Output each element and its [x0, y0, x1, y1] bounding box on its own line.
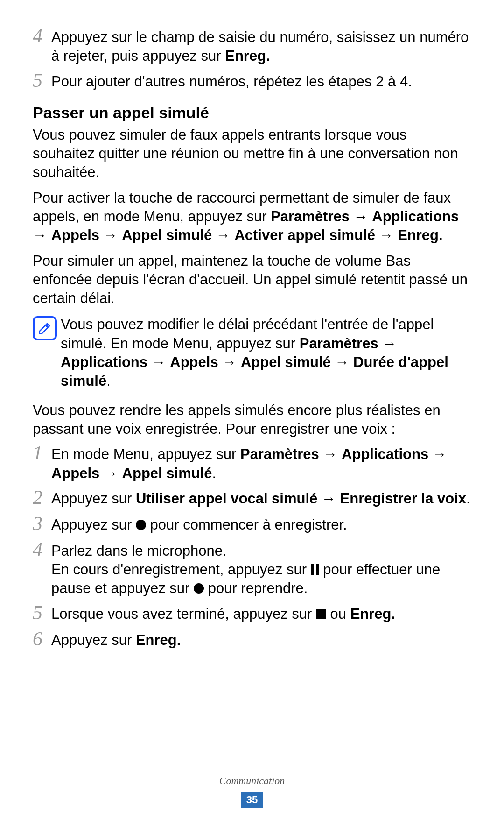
text: En mode Menu, appuyez sur — [51, 446, 240, 462]
text: Appuyez sur — [51, 632, 136, 648]
bold-text: Applications — [372, 208, 459, 225]
arrow-icon: → — [323, 446, 337, 462]
bold-text: Paramètres — [300, 335, 378, 352]
arrow-icon: → — [104, 465, 118, 481]
bold-text: Appels — [51, 465, 99, 481]
step-text: Pour ajouter d'autres numéros, répétez l… — [51, 72, 471, 92]
bold-text: Paramètres — [240, 446, 319, 462]
arrow-icon: → — [104, 227, 118, 243]
bold-text: Paramètres — [271, 208, 350, 225]
page-content: 4 Appuyez sur le champ de saisie du numé… — [0, 0, 504, 827]
paragraph: Pour simuler un appel, maintenez la touc… — [33, 252, 471, 308]
step-text: Appuyez sur le champ de saisie du numéro… — [51, 28, 471, 66]
text: Appuyez sur — [51, 516, 136, 533]
step-4: 4 Parlez dans le microphone. En cours d'… — [33, 542, 471, 598]
stop-icon — [316, 609, 326, 619]
step-number: 5 — [33, 71, 51, 90]
step-2: 2 Appuyez sur Utiliser appel vocal simul… — [33, 489, 471, 509]
arrow-icon: → — [322, 490, 336, 507]
text: Lorsque vous avez terminé, appuyez sur — [51, 606, 316, 622]
text: . — [466, 490, 470, 507]
record-icon — [136, 520, 146, 530]
note-icon — [33, 316, 57, 340]
arrow-icon: → — [335, 354, 349, 370]
step-number: 5 — [33, 603, 51, 622]
text: pour commencer à enregistrer. — [146, 516, 347, 533]
note-icon-wrap — [33, 315, 61, 390]
arrow-icon: → — [216, 227, 231, 243]
page-footer: Communication 35 — [0, 774, 504, 808]
arrow-icon: → — [354, 208, 368, 225]
step-5: 5 Lorsque vous avez terminé, appuyez sur… — [33, 605, 471, 624]
step-5-top: 5 Pour ajouter d'autres numéros, répétez… — [33, 72, 471, 92]
pencil-icon — [38, 321, 52, 335]
step-number: 3 — [33, 514, 51, 533]
step-3: 3 Appuyez sur pour commencer à enregistr… — [33, 516, 471, 535]
text: Parlez dans le microphone. — [51, 542, 471, 560]
bold-text: Utiliser appel vocal simulé — [136, 490, 317, 507]
step-number: 1 — [33, 443, 51, 481]
note-content: Vous pouvez modifier le délai précédant … — [61, 315, 471, 390]
text: . — [212, 465, 217, 481]
arrow-icon: → — [379, 227, 394, 243]
step-text: Appuyez sur Enreg. — [51, 631, 471, 650]
step-number: 4 — [33, 540, 51, 596]
pause-icon — [311, 564, 319, 575]
bold-text: Applications — [342, 446, 428, 462]
text: Appuyez sur — [51, 490, 136, 507]
arrow-icon: → — [433, 446, 447, 462]
step-text: Parlez dans le microphone. En cours d'en… — [51, 542, 471, 598]
arrow-icon: → — [152, 354, 166, 370]
step-text: Lorsque vous avez terminé, appuyez sur o… — [51, 605, 471, 624]
step-text: En mode Menu, appuyez sur Paramètres → A… — [51, 445, 471, 483]
bold-text: Appel simulé — [122, 465, 212, 481]
arrow-icon: → — [222, 354, 237, 370]
step-text: Appuyez sur pour commencer à enregistrer… — [51, 516, 471, 535]
text: En cours d'enregistrement, appuyez sur — [51, 561, 311, 578]
step-number: 6 — [33, 629, 51, 649]
bold-text: Appels — [170, 354, 218, 370]
text-line: En cours d'enregistrement, appuyez sur p… — [51, 560, 471, 598]
bold-text: Enreg. — [136, 632, 181, 648]
bold-text: Appels — [51, 227, 99, 243]
note-block: Vous pouvez modifier le délai précédant … — [33, 315, 471, 390]
step-number: 4 — [33, 26, 51, 64]
page-number-badge: 35 — [241, 792, 263, 808]
footer-section-label: Communication — [0, 774, 504, 788]
bold-text: Applications — [61, 354, 147, 370]
arrow-icon: → — [33, 227, 47, 243]
step-6: 6 Appuyez sur Enreg. — [33, 631, 471, 650]
text: ou — [326, 606, 350, 622]
section-heading: Passer un appel simulé — [33, 102, 471, 123]
step-1: 1 En mode Menu, appuyez sur Paramètres →… — [33, 445, 471, 483]
bold-text: Appel simulé — [241, 354, 331, 370]
step-4-top: 4 Appuyez sur le champ de saisie du numé… — [33, 28, 471, 66]
text: pour reprendre. — [204, 580, 308, 596]
bold-text: Enregistrer la voix — [340, 490, 467, 507]
arrow-icon: → — [382, 335, 397, 352]
text: . — [106, 373, 111, 389]
bold-text: Activer appel simulé — [234, 227, 375, 243]
bold-text: Enreg. — [398, 227, 442, 243]
bold-text: Enreg. — [225, 48, 270, 64]
record-icon — [194, 583, 204, 594]
step-text: Appuyez sur Utiliser appel vocal simulé … — [51, 489, 471, 509]
paragraph: Pour activer la touche de raccourci perm… — [33, 189, 471, 245]
paragraph: Vous pouvez simuler de faux appels entra… — [33, 126, 471, 182]
bold-text: Enreg. — [350, 606, 395, 622]
paragraph: Vous pouvez rendre les appels simulés en… — [33, 401, 471, 439]
step-number: 2 — [33, 488, 51, 507]
bold-text: Appel simulé — [122, 227, 212, 243]
